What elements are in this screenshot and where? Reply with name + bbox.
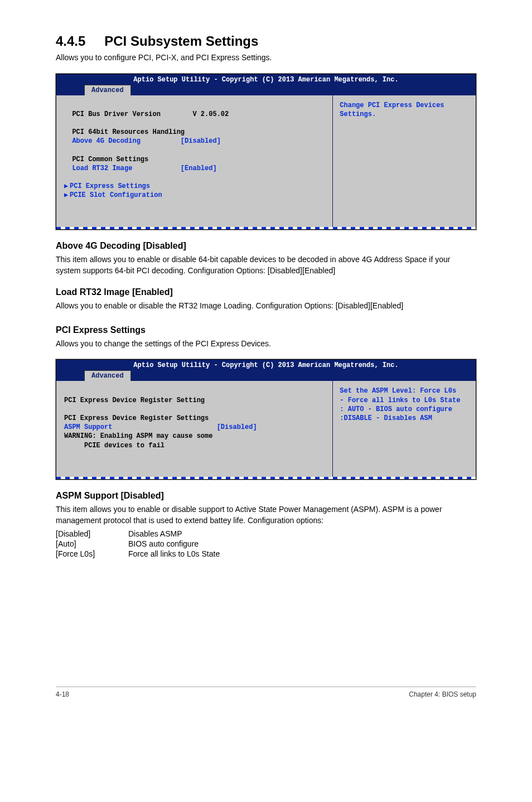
option-value: Force all links to L0s State [128,549,220,558]
heading-above-4g: Above 4G Decoding [Disabled] [56,241,476,251]
bios-header: Aptio Setup Utility - Copyright (C) 2013… [56,74,476,84]
chapter-label: Chapter 4: BIOS setup [409,690,476,698]
submenu-arrow-icon: ▶ [64,191,70,200]
bios-row-common-heading: PCI Common Settings [72,156,148,163]
bios-panel-pci-subsystem: Aptio Setup Utility - Copyright (C) 2013… [56,74,476,230]
bios-row-warning-1: WARNING: Enabling ASPM may cause some [64,432,212,440]
bios-row-rt32-label[interactable]: Load RT32 Image [72,165,132,172]
bios-row-version-value: V 2.05.02 [192,110,229,118]
bios-row-register-setting: PCI Express Device Register Setting [64,397,205,404]
bios-bottom-divider [56,477,476,479]
text-above-4g: This item allows you to enable or disabl… [56,254,476,276]
bios-help-text: Set the ASPM Level: Force L0s - Force al… [333,381,476,477]
bios-tab-advanced[interactable]: Advanced [84,370,131,381]
option-row: [Disabled] Disables ASMP [56,529,476,538]
bios-left-panel: PCI Bus Driver Version V 2.05.02 PCI 64b… [56,95,333,227]
submenu-arrow-icon: ▶ [64,182,70,191]
bios-help-text: Change PCI Express Devices Settings. [333,95,476,227]
heading-rt32: Load RT32 Image [Enabled] [56,287,476,297]
bios-row-register-settings: PCI Express Device Register Settings [64,414,209,422]
heading-pci-express: PCI Express Settings [56,325,476,335]
bios-row-64bit-heading: PCI 64bit Resources Handling [72,128,185,136]
bios-row-above4g-value[interactable]: [Disabled] [181,137,221,145]
option-key: [Disabled] [56,529,128,538]
text-rt32: Allows you to enable or disable the RT32… [56,301,476,312]
bios-tab-advanced[interactable]: Advanced [84,85,131,95]
page-footer: 4-18 Chapter 4: BIOS setup [56,687,476,698]
bios-header: Aptio Setup Utility - Copyright (C) 2013… [56,360,476,369]
text-aspm: This item allows you to enable or disabl… [56,504,476,526]
option-value: BIOS auto configure [128,539,199,548]
bios-row-version-label: PCI Bus Driver Version [72,110,160,118]
section-heading: 4.4.5 PCI Subsystem Settings [56,33,476,49]
option-row: [Auto] BIOS auto configure [56,539,476,548]
bios-tab-row: Advanced [56,85,476,95]
bios-row-above4g-label[interactable]: Above 4G Decoding [72,137,140,145]
option-row: [Force L0s] Force all links to L0s State [56,549,476,558]
bios-panel-pci-express: Aptio Setup Utility - Copyright (C) 2013… [56,359,476,480]
bios-row-aspm-label[interactable]: ASPM Support [64,423,112,431]
option-key: [Auto] [56,539,128,548]
section-intro: Allows you to configure PCI, PCI-X, and … [56,52,476,64]
section-number: 4.4.5 [56,33,85,49]
bios-row-rt32-value[interactable]: [Enabled] [181,165,217,172]
bios-left-panel: PCI Express Device Register Setting PCI … [56,381,333,477]
bios-row-aspm-value[interactable]: [Disabled] [217,423,257,431]
bios-row-warning-2: PCIE devices to fail [64,442,165,450]
heading-aspm: ASPM Support [Disabled] [56,491,476,501]
bios-submenu-pcieslot[interactable]: PCIE Slot Configuration [70,191,162,199]
bios-tab-row: Advanced [56,370,476,381]
option-value: Disables ASMP [128,529,182,538]
text-pci-express: Allows you to change the settings of the… [56,339,476,350]
option-key: [Force L0s] [56,549,128,558]
page-number: 4-18 [56,690,69,698]
bios-bottom-divider [56,227,476,229]
bios-submenu-pciexpress[interactable]: PCI Express Settings [70,182,150,190]
section-title: PCI Subsystem Settings [104,33,258,49]
